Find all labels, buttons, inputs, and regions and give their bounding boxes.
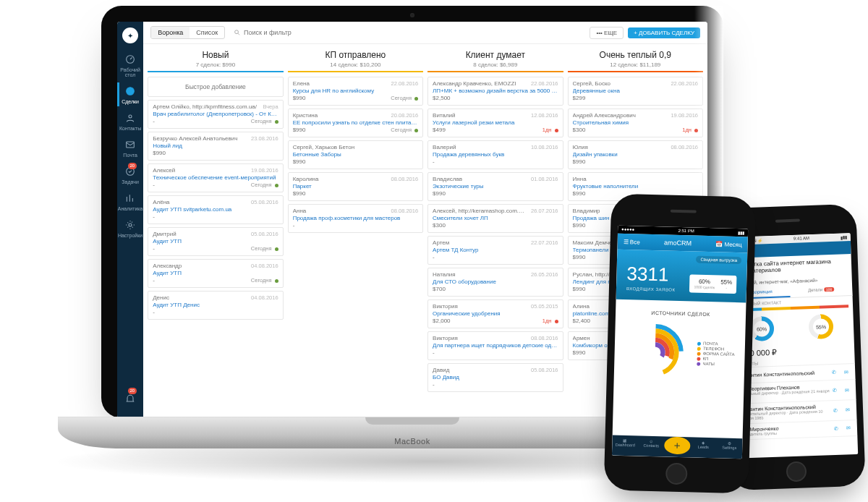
card-amount: $990 xyxy=(573,254,586,260)
card-amount: $2,000 xyxy=(433,318,450,324)
deal-card[interactable]: Алексей, http://keramashop.com.ua/26.07.… xyxy=(427,204,563,233)
home-button[interactable] xyxy=(786,461,807,482)
sidebar-item-deals[interactable]: Сделки xyxy=(117,81,143,108)
card-amount: $990 xyxy=(433,190,446,197)
card-date: 22.08.2016 xyxy=(671,80,698,87)
deal-card[interactable]: Владислав01.08.2016 Экзотические туры $9… xyxy=(427,172,563,201)
card-amount: $990 xyxy=(573,286,586,292)
card-date: 08.08.2016 xyxy=(391,208,419,214)
deal-card[interactable]: Кристина20.08.2016 ЕЕ попросили узнать п… xyxy=(288,109,423,137)
month-menu[interactable]: 📅 Месяц xyxy=(715,241,742,248)
sidebar-item-notifications[interactable]: 20 xyxy=(117,386,143,412)
deal-card[interactable]: Виталий12.08.2016 Услуги лазерной резки … xyxy=(427,109,563,137)
nav-contacts[interactable]: ☺Contacts xyxy=(638,439,665,454)
sidebar-item-settings[interactable]: Настройки xyxy=(117,215,143,242)
pill[interactable]: Сводная выгрузка xyxy=(696,256,741,265)
card-date: 22.07.2016 xyxy=(531,239,558,246)
call-icon[interactable]: ✆ xyxy=(831,424,841,433)
card-amount: - xyxy=(293,222,295,229)
card-contact: Артем Олійко, http://kpmfitness.com.ua/ xyxy=(153,103,258,110)
card-title: Органические удобрения xyxy=(433,310,558,317)
card-title: Аудит УТП svitparketu.com.ua xyxy=(153,206,278,213)
deal-card[interactable]: Сергей, Харьков Бетон Бетонные Заборы $9… xyxy=(288,140,423,169)
sidebar-label: Сделки xyxy=(117,99,143,104)
search xyxy=(229,27,585,38)
deal-card[interactable]: Александр Кравченко, EMOZZI22.08.2016 ЛП… xyxy=(427,77,563,106)
sidebar-item-mail[interactable]: Почта xyxy=(117,135,143,161)
card-contact: Давид xyxy=(433,367,527,373)
deal-card[interactable]: Алексей19.08.2016 Техническое обеспечени… xyxy=(148,163,283,192)
quick-add[interactable]: Быстрое добавление xyxy=(148,77,283,97)
card-contact: Валерий xyxy=(433,144,527,150)
card-amount: $990 xyxy=(153,150,166,156)
deal-card[interactable]: Александр04.08.2016 Аудит УТП -Сегодня xyxy=(148,259,283,288)
more-button[interactable]: ••• ЕЩЕ xyxy=(590,27,624,39)
deal-card[interactable]: Виктория05.05.2015 Органические удобрени… xyxy=(427,299,563,328)
add-deal-button[interactable]: + ДОБАВИТЬ СДЕЛКУ xyxy=(628,27,700,38)
deal-card[interactable]: Денис04.08.2016 Аудит УТП Денис - xyxy=(148,291,283,320)
card-amount: $300 xyxy=(433,222,446,229)
ring-chart xyxy=(622,319,689,386)
call-icon[interactable]: ✆ xyxy=(830,386,839,395)
svg-point-5 xyxy=(129,224,132,226)
card-amount: - xyxy=(433,381,435,388)
card-amount: $990 xyxy=(293,95,306,101)
deal-card[interactable]: Алёна05.08.2016 Аудит УТП svitparketu.co… xyxy=(148,195,283,224)
sidebar-item-analytics[interactable]: Аналитика xyxy=(117,188,143,215)
hero-number: 3311 xyxy=(626,263,690,286)
deal-card[interactable]: Дмитрий05.08.2016 Аудит УТП -Сегодня xyxy=(148,227,283,256)
filter-all[interactable]: ☰ Все xyxy=(624,238,640,245)
card-title: Для партнера ищет подрядчиков детские од… xyxy=(433,342,558,349)
sidebar-item-contacts[interactable]: Контакты xyxy=(117,108,143,135)
call-icon[interactable]: ✆ xyxy=(829,367,838,377)
view-funnel[interactable]: Воронка xyxy=(151,27,190,38)
column-header: Очень теплый 0,9 12 сделок: $11,189 xyxy=(568,47,703,77)
card-amount: $299 xyxy=(573,95,586,101)
card-contact: Виталий xyxy=(433,112,527,119)
chat-icon[interactable]: ✉ xyxy=(842,385,851,394)
svg-point-2 xyxy=(129,115,132,118)
nav-add[interactable]: ＋ xyxy=(664,436,691,454)
gauge-icon xyxy=(124,53,137,66)
deal-card[interactable]: Елена22.08.2016 Курсы для HR по английск… xyxy=(288,77,423,106)
call-icon[interactable]: ✆ xyxy=(830,406,840,415)
deal-card[interactable]: Виктория08.08.2016 Для партнера ищет под… xyxy=(427,331,563,360)
sidebar-item-tasks[interactable]: 20 Задачи xyxy=(117,161,143,188)
deal-card[interactable]: Анна08.08.2016 Продажа проф.косметики дл… xyxy=(288,204,423,233)
deal-card[interactable]: Андрей Александрович19.08.2016 Строитель… xyxy=(568,109,703,137)
chat-icon[interactable]: ✉ xyxy=(841,367,851,376)
deal-card[interactable]: Каролина08.08.2016 Паркет $990 xyxy=(288,172,423,201)
deal-card[interactable]: Артем Олійко, http://kpmfitness.com.ua/В… xyxy=(148,100,283,129)
card-amount: $990 xyxy=(573,190,586,197)
deal-card[interactable]: Наталия26.05.2016 Для СТО оборудование $… xyxy=(427,268,563,297)
view-list[interactable]: Список xyxy=(190,27,224,38)
nav-dashboard[interactable]: ▦Dashboard xyxy=(612,438,639,454)
contact-row[interactable]: Петр МиронченкоРуководитель группы ✆✉ xyxy=(733,420,858,441)
deal-card[interactable]: Артем22.07.2016 Артем ТД Контур - xyxy=(427,236,563,265)
card-title: Деревянные окна xyxy=(573,88,698,94)
chat-icon[interactable]: ✉ xyxy=(843,405,852,414)
card-amount: - xyxy=(433,254,435,260)
phone-a-screen: ●●●●●2:51 PM▮▮▮ ☰ Все amoCRM 📅 Месяц Сво… xyxy=(612,226,748,459)
logo[interactable]: ✦ xyxy=(122,27,138,43)
nav-settings[interactable]: ⚙Settings xyxy=(716,441,743,456)
card-date: 19.08.2016 xyxy=(251,167,278,174)
deal-card[interactable]: Сергей, Боско22.08.2016 Деревянные окна … xyxy=(568,77,703,106)
deal-card[interactable]: Безручко Алексей Анатольевич23.08.2016 Н… xyxy=(148,132,283,161)
home-button[interactable] xyxy=(665,463,688,485)
nav-leads[interactable]: ◈Leads xyxy=(690,440,717,455)
chat-icon[interactable]: ✉ xyxy=(843,423,853,433)
card-title: Продажа проф.косметики для мастеров xyxy=(293,215,418,221)
card-date: 26.07.2016 xyxy=(531,208,558,214)
column-header: Клиент думает 8 сделок: $6,989 xyxy=(427,47,563,77)
phone-front: ●●●●●2:51 PM▮▮▮ ☰ Все amoCRM 📅 Месяц Сво… xyxy=(604,193,757,493)
deal-card[interactable]: Юлия08.08.2016 Дизайн упаковки $990 xyxy=(568,140,703,169)
tab-details[interactable]: Детали 108 xyxy=(790,284,853,297)
column-sub: 14 сделок: $10,200 xyxy=(288,61,423,68)
search-input[interactable] xyxy=(244,29,581,36)
sidebar-item-desktop[interactable]: Рабочий стол xyxy=(117,49,143,81)
deal-card[interactable]: Валерий10.08.2016 Продажа деревянных бук… xyxy=(427,140,563,169)
card-contact: Виктория xyxy=(433,335,527,341)
macbook-label: MacBook xyxy=(394,437,430,446)
deal-card[interactable]: Давид05.08.2016 БО Давид - xyxy=(427,363,563,392)
